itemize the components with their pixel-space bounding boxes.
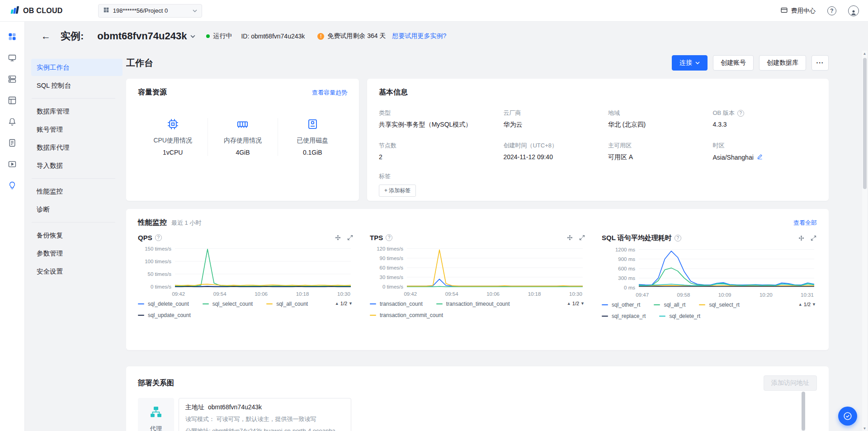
field-region: 地域 华北 (北京四) [608,109,708,129]
workspace-icon[interactable] [7,32,17,42]
legend-page-up-icon[interactable]: ▲ [335,301,339,306]
legend-label: sql_all_count [276,301,308,307]
field-primary-zone: 主可用区 可用区 A [608,142,708,161]
view-all-link[interactable]: 查看全部 [793,219,817,227]
sidebar-item-workbench[interactable]: 实例工作台 [31,59,123,76]
legend-item-sql_select_count[interactable]: sql_select_count [203,300,253,308]
chart-expand-icon[interactable] [810,235,817,242]
user-avatar[interactable] [848,5,859,16]
project-selector[interactable]: 198******56/Project 0 [98,4,202,18]
instance-switch-chevron-icon[interactable] [190,33,195,40]
svg-text:10:06: 10:06 [255,291,268,297]
legend-mark [138,303,144,305]
sidebar-item-sql-console[interactable]: SQL 控制台 [31,77,123,94]
help-icon[interactable]: ? [386,234,392,241]
legend-item-sql_all_count[interactable]: sql_all_count [266,300,308,308]
sql-rt-chart-panel: SQL 语句平均处理耗时 ? 0 ms300 ms600 ms900 ms120… [602,234,817,321]
back-arrow-icon[interactable]: ← [41,31,51,42]
bell-icon[interactable] [7,117,17,127]
try-more-instances-link[interactable]: 想要试用更多实例? [392,32,446,40]
billing-center-link[interactable]: 费用中心 [780,6,816,15]
legend-label: sql_delete_count [148,301,189,307]
disk-icon [307,124,319,132]
scroll-down-icon[interactable]: ▼ [862,426,867,431]
connect-button[interactable]: 连接 [672,55,708,71]
legend-item-sql_select_rt[interactable]: sql_select_rt [699,301,739,308]
chart-expand-icon[interactable] [347,234,354,241]
chart-focus-icon[interactable] [566,234,573,241]
sidebar-item-database-proxy[interactable]: 数据库代理 [31,139,123,156]
legend-item-transaction_commit_count[interactable]: transaction_commit_count [370,312,443,319]
sidebar-item-backup-recovery[interactable]: 备份恢复 [31,227,123,244]
legend-page-up-icon[interactable]: ▲ [567,301,571,306]
scroll-up-icon[interactable]: ▲ [862,52,867,56]
ob-logo-icon [9,6,20,16]
sidebar-item-import-data[interactable]: 导入数据 [31,157,123,174]
monitor-icon[interactable] [7,53,17,63]
legend-page-down-icon[interactable]: ▼ [812,302,816,307]
help-icon[interactable]: ? [155,234,162,241]
primary-address-card[interactable]: 主地址 obmt68fvn74u243k 读写模式： 可读可写，默认读主，提供强… [179,398,351,431]
legend-label: sql_replace_rt [612,313,646,319]
status-text: 运行中 [213,32,232,40]
basic-info-title: 基本信息 [379,88,408,97]
page-scrollbar-thumb[interactable] [863,58,867,189]
add-access-address-button[interactable]: 添加访问地址 [764,375,817,391]
legend-page-down-icon[interactable]: ▼ [580,301,585,306]
create-account-button[interactable]: 创建账号 [713,55,754,71]
support-float-button[interactable] [838,407,857,426]
legend-item-sql_delete_count[interactable]: sql_delete_count [138,300,189,308]
sidebar-item-security-settings[interactable]: 安全设置 [31,263,123,280]
more-actions-button[interactable]: ··· [811,55,829,71]
video-icon[interactable] [7,159,17,169]
table-icon[interactable] [7,95,17,105]
add-tag-button[interactable]: + 添加标签 [379,185,416,197]
legend-item-sql_delete_rt[interactable]: sql_delete_rt [659,313,700,320]
sidebar-item-parameter-management[interactable]: 参数管理 [31,245,123,262]
legend-page-up-icon[interactable]: ▲ [798,302,802,307]
legend-mark [602,316,608,317]
performance-range: 最近 1 小时 [171,219,201,227]
chart-focus-icon[interactable] [335,234,341,241]
stack-icon[interactable] [7,74,17,84]
sidebar-menu: 实例工作台 SQL 控制台 数据库管理 账号管理 数据库代理 导入数据 性能监控… [25,51,126,431]
legend-item-sql_replace_rt[interactable]: sql_replace_rt [602,313,646,320]
create-database-button[interactable]: 创建数据库 [759,55,806,71]
proxy-node[interactable]: 代理 [138,398,174,431]
legend-item-sql_all_rt[interactable]: sql_all_rt [654,301,685,308]
deployment-title: 部署关系图 [138,379,174,388]
bulb-icon[interactable] [7,180,17,190]
svg-text:09:42: 09:42 [404,291,417,297]
memory-value: 4GiB [208,149,277,156]
svg-text:150 times/s: 150 times/s [145,246,171,251]
sidebar-item-diagnosis[interactable]: 诊断 [31,201,123,218]
chart-title: QPS [138,234,152,242]
cpu-label: CPU使用情况 [138,137,208,145]
chart-expand-icon[interactable] [579,234,585,241]
help-icon[interactable]: ? [675,235,681,242]
ob-cloud-logo[interactable]: OB CLOUD [9,6,63,16]
svg-text:50 times/s: 50 times/s [148,271,172,277]
primary-address-label: 主地址 [185,403,204,412]
legend-page-down-icon[interactable]: ▼ [349,301,353,306]
sidebar-item-account-management[interactable]: 账号管理 [31,121,123,138]
page-scrollbar[interactable]: ▲ ▼ [862,51,867,431]
memory-icon [236,124,249,132]
legend-item-transaction_timeout_count[interactable]: transaction_timeout_count [436,300,510,308]
disk-metric: 已使用磁盘 0.1GiB [278,118,347,156]
help-icon[interactable]: ? [827,6,836,15]
capacity-trend-link[interactable]: 查看容量趋势 [312,89,347,97]
sidebar-item-database-management[interactable]: 数据库管理 [31,103,123,120]
check-circle-icon [843,411,853,421]
deployment-scrollbar-thumb[interactable] [802,392,805,431]
chart-focus-icon[interactable] [798,235,805,242]
help-icon[interactable]: ? [737,110,744,117]
legend-item-transaction_count[interactable]: transaction_count [370,300,423,308]
warning-icon: ! [317,33,324,40]
legend-item-sql_update_count[interactable]: sql_update_count [138,312,191,319]
edit-pencil-icon[interactable] [757,153,763,161]
deployment-scrollbar[interactable] [802,392,805,431]
legend-item-sql_other_rt[interactable]: sql_other_rt [602,301,640,308]
doc-icon[interactable] [7,138,17,148]
sidebar-item-performance-monitoring[interactable]: 性能监控 [31,183,123,200]
